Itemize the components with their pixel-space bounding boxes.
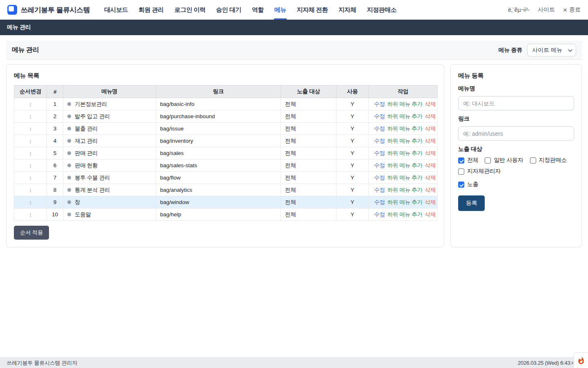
checkbox-target-all[interactable]: 전체: [458, 157, 478, 164]
col-action: 작업: [369, 85, 438, 98]
flame-icon: [577, 357, 585, 365]
col-no: #: [47, 85, 63, 98]
apply-order-button[interactable]: 순서 적용: [14, 226, 49, 240]
menu-link: bag/sales-stats: [156, 159, 281, 172]
delete-link[interactable]: 삭제: [425, 101, 436, 107]
drag-handle-icon[interactable]: ↕: [29, 175, 32, 181]
logout-button[interactable]: × 종료: [563, 6, 581, 13]
col-name: 메뉴명: [63, 85, 156, 98]
checkbox-label: 전체: [467, 157, 478, 164]
checkbox-unchecked-icon: [530, 157, 536, 164]
target-cell: 전체: [281, 98, 336, 110]
add-submenu-link[interactable]: 하위 메뉴 추가: [387, 175, 422, 181]
nav-item-dashboard[interactable]: 대시보드: [99, 0, 133, 20]
menu-name: 발주 입고 관리: [75, 113, 110, 119]
menu-type-select[interactable]: 사이트 메뉴: [527, 44, 576, 56]
menu-list-card: 메뉴 목록 순서변경 # 메뉴명 링크 노출 대상 사용 작업 ↕1기본정보관리…: [6, 64, 444, 247]
col-link: 링크: [156, 85, 281, 98]
checkbox-label: 노출: [467, 181, 478, 188]
row-number: 6: [47, 159, 63, 172]
table-row: ↕9창bag/window전체Y수정하위 메뉴 추가삭제: [14, 196, 438, 209]
nav-item-municipality-switch[interactable]: 지자체 전환: [292, 0, 333, 20]
nav-item-roles[interactable]: 역할: [247, 0, 269, 20]
add-submenu-link[interactable]: 하위 메뉴 추가: [387, 187, 422, 193]
logout-label: 종료: [569, 6, 581, 13]
chevron-down-icon: [568, 47, 572, 52]
add-submenu-link[interactable]: 하위 메뉴 추가: [387, 101, 422, 107]
submit-button[interactable]: 등록: [458, 195, 485, 211]
delete-link[interactable]: 삭제: [425, 126, 436, 132]
menu-name: 창: [75, 199, 80, 205]
add-submenu-link[interactable]: 하위 메뉴 추가: [387, 199, 422, 205]
close-icon: ×: [563, 7, 567, 13]
delete-link[interactable]: 삭제: [425, 113, 436, 119]
add-submenu-link[interactable]: 하위 메뉴 추가: [387, 211, 422, 218]
add-submenu-link[interactable]: 하위 메뉴 추가: [387, 162, 422, 168]
edit-link[interactable]: 수정: [374, 113, 385, 119]
edit-link[interactable]: 수정: [374, 101, 385, 107]
checkbox-target-designated-seller[interactable]: 지정판매소: [530, 157, 567, 164]
table-header-row: 순서변경 # 메뉴명 링크 노출 대상 사용 작업: [14, 85, 438, 98]
nav-item-approval-pending[interactable]: 승인 대기: [211, 0, 247, 20]
add-submenu-link[interactable]: 하위 메뉴 추가: [387, 138, 422, 144]
checkbox-visible[interactable]: 노출: [458, 181, 574, 188]
edit-link[interactable]: 수정: [374, 199, 385, 205]
drag-handle-icon[interactable]: ↕: [29, 211, 32, 218]
add-submenu-link[interactable]: 하위 메뉴 추가: [387, 113, 422, 119]
add-submenu-link[interactable]: 하위 메뉴 추가: [387, 150, 422, 156]
checkbox-label: 지정판매소: [539, 157, 567, 164]
edit-link[interactable]: 수정: [374, 211, 385, 218]
checkbox-target-general-user[interactable]: 일반 사용자: [485, 157, 523, 164]
menu-form-card: 메뉴 등록 메뉴명 링크 노출 대상 전체 일반 사용자 지정판매소 지자체관리…: [450, 64, 582, 247]
row-number: 5: [47, 147, 63, 159]
edit-link[interactable]: 수정: [374, 175, 385, 181]
delete-link[interactable]: 삭제: [425, 211, 436, 218]
menu-name: 판매 관리: [75, 150, 98, 156]
debug-toolbar-toggle[interactable]: [573, 352, 588, 368]
delete-link[interactable]: 삭제: [425, 187, 436, 193]
drag-handle-icon[interactable]: ↕: [29, 187, 32, 193]
delete-link[interactable]: 삭제: [425, 199, 436, 205]
table-row: ↕1기본정보관리bag/basic-info전체Y수정하위 메뉴 추가삭제: [14, 98, 438, 110]
drag-handle-icon[interactable]: ↕: [29, 138, 32, 144]
delete-link[interactable]: 삭제: [425, 150, 436, 156]
edit-link[interactable]: 수정: [374, 138, 385, 144]
drag-handle-icon[interactable]: ↕: [29, 126, 32, 132]
drag-handle-icon[interactable]: ↕: [29, 113, 32, 120]
use-cell: Y: [336, 184, 369, 196]
menu-name: 재고 관리: [75, 138, 98, 144]
top-navigation: 쓰레기봉투 물류시스템 대시보드 회원 관리 로그인 이력 승인 대기 역할 메…: [0, 0, 588, 20]
drag-handle-icon[interactable]: ↕: [29, 162, 32, 169]
add-submenu-link[interactable]: 하위 메뉴 추가: [387, 126, 422, 132]
edit-link[interactable]: 수정: [374, 126, 385, 132]
checkbox-checked-icon: [458, 182, 464, 188]
nav-item-members[interactable]: 회원 관리: [133, 0, 169, 20]
menu-name-input[interactable]: [458, 96, 574, 110]
menu-dot-icon: [67, 200, 71, 204]
target-cell: 전체: [281, 135, 336, 147]
edit-link[interactable]: 수정: [374, 162, 385, 168]
checkbox-target-municipality-admin[interactable]: 지자체관리자: [458, 168, 501, 175]
drag-handle-icon[interactable]: ↕: [29, 150, 32, 157]
nav-right: ë‚¨êµ¬ì²- 사이트 × 종료: [508, 6, 581, 13]
delete-link[interactable]: 삭제: [425, 138, 436, 144]
nav-item-designated-seller[interactable]: 지정판매소: [361, 0, 402, 20]
delete-link[interactable]: 삭제: [425, 162, 436, 168]
drag-handle-icon[interactable]: ↕: [29, 101, 32, 108]
brand[interactable]: 쓰레기봉투 물류시스템: [7, 5, 90, 15]
row-number: 4: [47, 135, 63, 147]
link-input[interactable]: [458, 126, 574, 141]
site-link[interactable]: 사이트: [538, 6, 555, 13]
menu-dot-icon: [67, 114, 71, 118]
menu-dot-icon: [67, 176, 71, 180]
nav-item-login-history[interactable]: 로그인 이력: [169, 0, 211, 20]
edit-link[interactable]: 수정: [374, 150, 385, 156]
edit-link[interactable]: 수정: [374, 187, 385, 193]
delete-link[interactable]: 삭제: [425, 175, 436, 181]
nav-item-menu[interactable]: 메뉴: [269, 0, 292, 20]
nav-item-municipality[interactable]: 지자체: [333, 0, 362, 20]
target-cell: 전체: [281, 184, 336, 196]
menu-link: bag/flow: [156, 172, 281, 184]
menu-dot-icon: [67, 139, 71, 143]
drag-handle-icon[interactable]: ↕: [29, 199, 32, 206]
